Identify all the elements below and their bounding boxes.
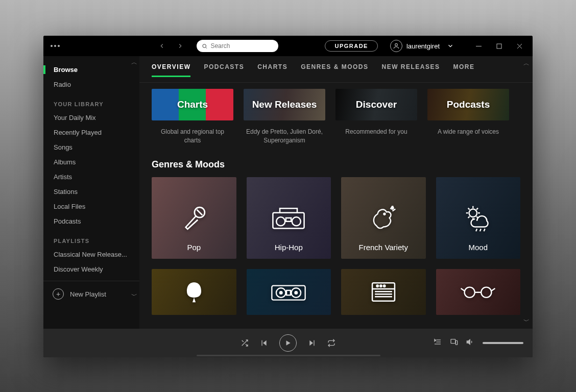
- tab-charts[interactable]: CHARTS: [257, 63, 287, 77]
- boombox-icon: [271, 206, 306, 230]
- volume-button[interactable]: [466, 338, 474, 348]
- player-bar: [43, 329, 533, 357]
- svg-rect-3: [476, 46, 482, 46]
- app-menu-icon[interactable]: [51, 45, 65, 47]
- svg-point-19: [295, 291, 298, 294]
- progress-bar[interactable]: [197, 355, 380, 356]
- svg-point-23: [376, 285, 378, 286]
- svg-point-24: [380, 285, 381, 286]
- svg-point-14: [469, 209, 477, 217]
- hero-card-new-releases[interactable]: New Releases Eddy de Pretto, Julien Doré…: [244, 89, 325, 145]
- hero-caption: Eddy de Pretto, Julien Doré, Superorgani…: [244, 128, 325, 145]
- genre-tile[interactable]: [152, 269, 236, 315]
- tab-more[interactable]: MORE: [453, 63, 475, 77]
- queue-button[interactable]: [434, 338, 442, 348]
- tab-new-releases[interactable]: NEW RELEASES: [382, 63, 440, 77]
- svg-marker-28: [263, 340, 267, 346]
- genre-tile[interactable]: [341, 269, 426, 315]
- sidebar-scroll-down-icon[interactable]: ﹀: [131, 291, 137, 300]
- search-icon: [202, 43, 207, 50]
- hero-thumb: Discover: [335, 89, 417, 120]
- titlebar: UPGRADE laurentgiret: [43, 36, 533, 56]
- hero-row: Charts Global and regional top charts Ne…: [152, 89, 520, 145]
- sidebar-item-local-files[interactable]: Local Files: [43, 199, 139, 214]
- window-minimize-button[interactable]: [468, 38, 489, 54]
- new-playlist-label: New Playlist: [70, 290, 106, 298]
- content-scroll[interactable]: Charts Global and regional top charts Ne…: [139, 83, 533, 329]
- user-menu[interactable]: laurentgiret: [390, 40, 454, 52]
- microphone-icon: [179, 203, 209, 233]
- main-scroll-down-icon[interactable]: ﹀: [523, 317, 530, 326]
- genre-label: French Variety: [341, 243, 426, 252]
- sidebar-item-songs[interactable]: Songs: [43, 140, 139, 155]
- svg-rect-37: [451, 339, 455, 344]
- repeat-button[interactable]: [327, 339, 335, 347]
- sidebar-item-radio[interactable]: Radio: [43, 77, 139, 92]
- svg-point-25: [383, 285, 385, 286]
- svg-rect-32: [314, 340, 314, 346]
- tab-podcasts[interactable]: PODCASTS: [204, 63, 244, 77]
- devices-button[interactable]: [450, 338, 458, 348]
- sidebar-playlist-item[interactable]: Discover Weekly: [43, 262, 139, 277]
- main-scroll-up-icon[interactable]: ︿: [523, 59, 530, 68]
- svg-marker-30: [286, 340, 291, 345]
- genre-tile[interactable]: [436, 269, 521, 315]
- sidebar-item-albums[interactable]: Albums: [43, 155, 139, 169]
- app-window: UPGRADE laurentgiret ︿ Browse Radio YOUR…: [43, 36, 533, 357]
- svg-point-18: [280, 291, 282, 294]
- genre-tile[interactable]: [247, 269, 331, 315]
- volume-slider[interactable]: [483, 342, 523, 344]
- sidebar-item-stations[interactable]: Stations: [43, 184, 139, 199]
- sidebar-playlist-item[interactable]: Classical New Release...: [43, 247, 139, 262]
- next-button[interactable]: [308, 339, 316, 347]
- sidebar-item-daily-mix[interactable]: Your Daily Mix: [43, 110, 139, 125]
- genre-grid-2: [152, 269, 520, 315]
- genre-label: Pop: [152, 243, 236, 252]
- genre-label: Mood: [436, 243, 521, 252]
- rooster-icon: ♪: [368, 202, 399, 234]
- svg-point-26: [465, 287, 475, 297]
- genre-tile-mood[interactable]: Mood: [436, 177, 521, 259]
- hero-card-discover[interactable]: Discover Recommended for you: [335, 89, 417, 145]
- svg-text:♪: ♪: [391, 204, 394, 210]
- svg-rect-29: [261, 340, 262, 346]
- upgrade-button[interactable]: UPGRADE: [325, 40, 378, 52]
- window-close-button[interactable]: [509, 38, 530, 54]
- sidebar-item-podcasts[interactable]: Podcasts: [43, 214, 139, 229]
- genre-tile-pop[interactable]: Pop: [152, 177, 236, 259]
- svg-marker-39: [467, 339, 470, 344]
- svg-marker-31: [309, 340, 313, 346]
- avatar-icon: [390, 40, 402, 52]
- svg-point-0: [203, 44, 206, 47]
- sidebar-item-recently-played[interactable]: Recently Played: [43, 125, 139, 140]
- sidebar-item-artists[interactable]: Artists: [43, 169, 139, 184]
- previous-button[interactable]: [260, 339, 268, 347]
- svg-rect-8: [273, 212, 304, 228]
- sidebar-item-browse[interactable]: Browse: [43, 62, 139, 77]
- search-input[interactable]: [210, 42, 273, 50]
- sidebar: ︿ Browse Radio YOUR LIBRARY Your Daily M…: [43, 56, 139, 329]
- hero-caption: Recommended for you: [335, 128, 417, 136]
- tab-overview[interactable]: OVERVIEW: [152, 63, 190, 77]
- svg-line-1: [206, 47, 207, 48]
- chevron-down-icon: [447, 42, 454, 50]
- hero-card-charts[interactable]: Charts Global and regional top charts: [152, 89, 233, 145]
- play-button[interactable]: [279, 334, 297, 352]
- weather-icon: [462, 204, 494, 232]
- tab-genres-moods[interactable]: GENRES & MOODS: [301, 63, 368, 77]
- hero-caption: Global and regional top charts: [152, 128, 233, 145]
- nav-forward-button[interactable]: [173, 39, 187, 53]
- nav-back-button[interactable]: [155, 39, 169, 53]
- new-playlist-button[interactable]: + New Playlist: [43, 281, 139, 307]
- hero-card-podcasts[interactable]: Podcasts A wide range of voices: [427, 89, 509, 145]
- chair-icon: [181, 279, 207, 305]
- svg-point-10: [292, 217, 301, 226]
- search-box[interactable]: [197, 40, 278, 52]
- amp-icon: [370, 280, 397, 304]
- hero-thumb: New Releases: [244, 89, 325, 120]
- svg-point-9: [276, 217, 285, 226]
- shuffle-button[interactable]: [241, 339, 249, 347]
- window-maximize-button[interactable]: [489, 38, 509, 54]
- genre-tile-french-variety[interactable]: ♪ French Variety: [341, 177, 426, 259]
- genre-tile-hiphop[interactable]: Hip-Hop: [247, 177, 331, 259]
